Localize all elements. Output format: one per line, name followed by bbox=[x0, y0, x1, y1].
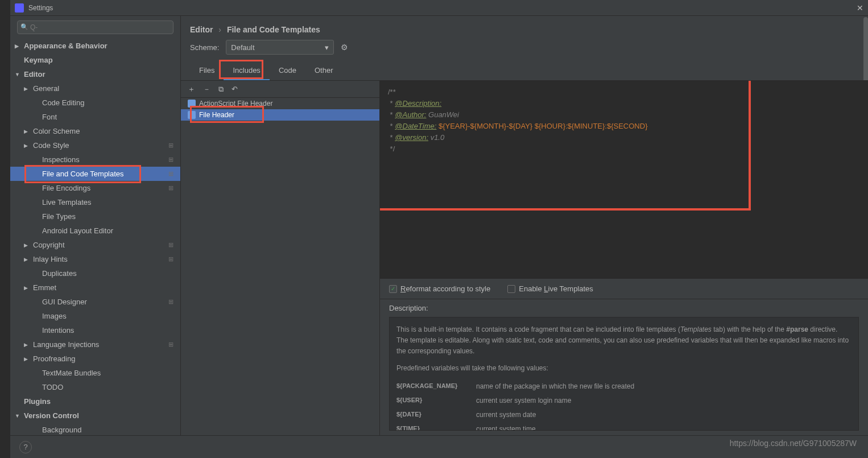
chevron-down-icon: ▾ bbox=[325, 43, 329, 52]
sidebar-item-label: GUI Designer bbox=[42, 298, 87, 306]
editor-gutter bbox=[0, 0, 10, 458]
window-title: Settings bbox=[28, 4, 53, 12]
reformat-checkbox[interactable]: ✓ Reformat according to style bbox=[389, 284, 490, 293]
sidebar-item[interactable]: Live Templates bbox=[10, 195, 180, 209]
tree-arrow-icon: ▶ bbox=[15, 43, 19, 49]
code-editor[interactable]: /** * @Description: * @Author: GuanWei *… bbox=[380, 81, 868, 278]
sidebar-item[interactable]: Code Editing bbox=[10, 96, 180, 110]
sidebar-item-label: Code Editing bbox=[42, 98, 84, 107]
sidebar-item[interactable]: GUI Designer⊞ bbox=[10, 295, 180, 309]
sidebar-item[interactable]: Android Layout Editor bbox=[10, 224, 180, 238]
sidebar-item[interactable]: ▶Appearance & Behavior bbox=[10, 39, 180, 53]
sidebar-item-label: File Types bbox=[42, 212, 76, 221]
sidebar-item[interactable]: Plugins bbox=[10, 394, 180, 409]
sidebar-item[interactable]: ▶Copyright⊞ bbox=[10, 238, 180, 252]
desc-text: directive. bbox=[808, 325, 837, 333]
tree-arrow-icon: ▶ bbox=[24, 356, 28, 362]
live-templates-checkbox[interactable]: Enable Live Templates bbox=[507, 284, 593, 293]
revert-icon[interactable]: ↶ bbox=[232, 85, 238, 93]
code-text: ${YEAR}-${MONTH}-${DAY} ${HOUR}:${MINUTE… bbox=[436, 122, 647, 130]
copy-icon[interactable]: ⧉ bbox=[218, 85, 224, 94]
code-text: * bbox=[388, 110, 395, 119]
settings-detail-panel: Editor › File and Code Templates Scheme:… bbox=[181, 16, 868, 435]
breadcrumb: Editor › File and Code Templates bbox=[181, 16, 868, 40]
sidebar-item[interactable]: ▶Code Style⊞ bbox=[10, 138, 180, 152]
scope-badge-icon: ⊞ bbox=[168, 341, 173, 348]
variable-name: ${TIME} bbox=[396, 424, 476, 431]
sidebar-item-label: Images bbox=[42, 312, 67, 320]
sidebar-item-label: General bbox=[33, 84, 59, 93]
sidebar-item-label: Plugins bbox=[24, 397, 51, 406]
sidebar-item-label: Editor bbox=[24, 70, 46, 79]
gear-icon[interactable]: ⚙ bbox=[341, 43, 348, 52]
sidebar-item-label: TextMate Bundles bbox=[42, 369, 101, 377]
template-options: ✓ Reformat according to style Enable Liv… bbox=[380, 278, 868, 299]
file-icon bbox=[188, 111, 196, 119]
tab-files[interactable]: Files bbox=[190, 61, 224, 80]
sidebar-item[interactable]: Intentions bbox=[10, 323, 180, 337]
sidebar-item-label: Intentions bbox=[42, 326, 74, 335]
tab-other[interactable]: Other bbox=[305, 61, 342, 80]
scope-badge-icon: ⊞ bbox=[168, 255, 173, 263]
sidebar-item-label: Android Layout Editor bbox=[42, 226, 113, 235]
sidebar-item-label: Proofreading bbox=[33, 354, 75, 363]
tree-arrow-icon: ▶ bbox=[24, 257, 28, 262]
breadcrumb-part: File and Code Templates bbox=[227, 25, 320, 34]
description-title: Description: bbox=[389, 304, 859, 312]
sidebar-item[interactable]: Duplicates bbox=[10, 266, 180, 280]
sidebar-item-label: Version Control bbox=[24, 411, 79, 420]
sidebar-item-label: TODO bbox=[42, 383, 63, 391]
sidebar-item[interactable]: File Types bbox=[10, 209, 180, 224]
tree-arrow-icon: ▶ bbox=[24, 242, 28, 248]
sidebar-item[interactable]: ▶Language Injections⊞ bbox=[10, 337, 180, 352]
template-list-item[interactable]: ActionScript File Header bbox=[181, 98, 379, 109]
sidebar-item[interactable]: ▶Color Scheme bbox=[10, 124, 180, 138]
sidebar-item[interactable]: Keymap bbox=[10, 53, 180, 67]
sidebar-item[interactable]: ▶Emmet bbox=[10, 280, 180, 295]
checkbox-icon bbox=[507, 285, 515, 293]
sidebar-item-label: Font bbox=[42, 113, 57, 121]
variable-row: ${PACKAGE_NAME}name of the package in wh… bbox=[396, 379, 852, 394]
sidebar-item[interactable]: ▶General bbox=[10, 81, 180, 96]
tab-includes[interactable]: Includes bbox=[224, 61, 269, 80]
titlebar: Settings ✕ bbox=[10, 0, 868, 16]
sidebar-item[interactable]: TextMate Bundles bbox=[10, 366, 180, 380]
search-input[interactable] bbox=[17, 20, 173, 34]
variable-row: ${DATE}current system date bbox=[396, 408, 852, 422]
variable-desc: name of the package in which the new fil… bbox=[476, 381, 852, 392]
close-icon[interactable]: ✕ bbox=[857, 3, 863, 13]
settings-tree: ▶Appearance & BehaviorKeymap▼Editor▶Gene… bbox=[10, 39, 180, 435]
sidebar-item-label: Keymap bbox=[24, 56, 53, 64]
variable-name: ${USER} bbox=[396, 395, 476, 406]
watermark: https://blog.csdn.net/G971005287W bbox=[730, 439, 857, 448]
sidebar-item[interactable]: Inspections⊞ bbox=[10, 152, 180, 167]
sidebar-item[interactable]: ▶Proofreading bbox=[10, 352, 180, 366]
templates-list-panel: ＋ － ⧉ ↶ ActionScript File HeaderFile Hea… bbox=[181, 81, 380, 435]
add-icon[interactable]: ＋ bbox=[188, 84, 195, 94]
variable-desc: current user system login name bbox=[476, 395, 852, 406]
sidebar-item-label: Duplicates bbox=[42, 269, 77, 278]
tab-code[interactable]: Code bbox=[270, 61, 305, 80]
sidebar-item[interactable]: ▶Inlay Hints⊞ bbox=[10, 252, 180, 266]
sidebar-item[interactable]: ▼Editor bbox=[10, 67, 180, 81]
sidebar-item[interactable]: File Encodings⊞ bbox=[10, 181, 180, 195]
breadcrumb-part[interactable]: Editor bbox=[190, 25, 213, 34]
file-icon bbox=[188, 100, 196, 108]
settings-sidebar: 🔍 ▶Appearance & BehaviorKeymap▼Editor▶Ge… bbox=[10, 16, 181, 435]
sidebar-item[interactable]: File and Code Templates⊞ bbox=[10, 167, 180, 181]
sidebar-item[interactable]: Background bbox=[10, 423, 180, 435]
template-list-item[interactable]: File Header bbox=[181, 109, 379, 121]
template-editor-area: /** * @Description: * @Author: GuanWei *… bbox=[380, 81, 868, 435]
tree-arrow-icon: ▶ bbox=[24, 342, 28, 348]
sidebar-item-label: Color Scheme bbox=[33, 127, 80, 135]
description-box[interactable]: This is a built-in template. It contains… bbox=[389, 317, 859, 431]
sidebar-item[interactable]: TODO bbox=[10, 380, 180, 394]
sidebar-item[interactable]: Font bbox=[10, 110, 180, 124]
sidebar-item[interactable]: ▼Version Control bbox=[10, 409, 180, 423]
scheme-select[interactable]: Default ▾ bbox=[226, 40, 334, 55]
remove-icon[interactable]: － bbox=[203, 84, 210, 94]
code-text: */ bbox=[388, 145, 395, 153]
code-text: @DateTime: bbox=[395, 122, 436, 130]
sidebar-item[interactable]: Images bbox=[10, 309, 180, 323]
help-icon[interactable]: ? bbox=[19, 441, 32, 453]
